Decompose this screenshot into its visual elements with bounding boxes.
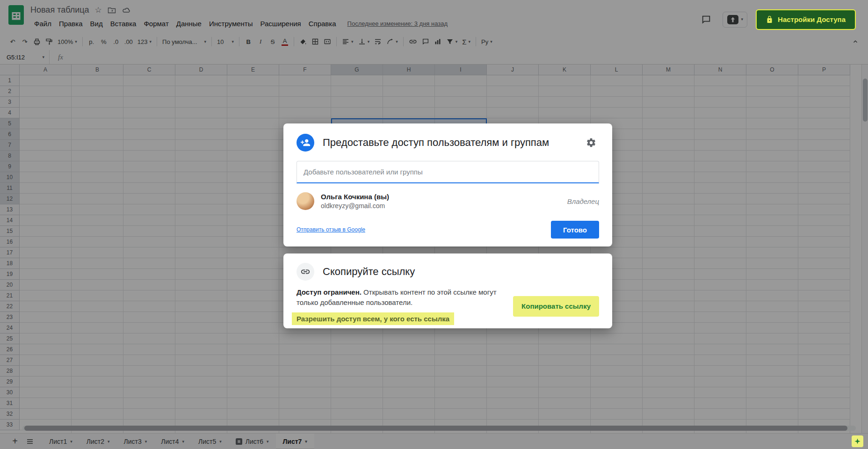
link-icon xyxy=(297,263,314,281)
copy-link-dialog-title: Скопируйте ссылку xyxy=(323,266,599,278)
avatar xyxy=(297,192,314,210)
copy-link-button[interactable]: Копировать ссылку xyxy=(513,296,599,317)
share-dialog-title: Предоставьте доступ пользователям и груп… xyxy=(323,137,575,149)
owner-role: Владелец xyxy=(567,197,599,205)
share-settings-gear-icon[interactable] xyxy=(583,135,599,151)
owner-name: Ольга Кочкина (вы) xyxy=(321,193,561,201)
access-status-text: Доступ ограничен. Открывать контент по э… xyxy=(297,287,513,308)
send-feedback-link[interactable]: Отправить отзыв в Google xyxy=(297,226,365,233)
allow-anyone-with-link[interactable]: Разрешить доступ всем, у кого есть ссылк… xyxy=(292,312,454,325)
add-people-input[interactable] xyxy=(297,161,599,183)
explore-button[interactable] xyxy=(852,435,863,447)
done-button[interactable]: Готово xyxy=(551,221,599,239)
owner-email: oldkreyzy@gmail.com xyxy=(321,202,561,210)
copy-link-dialog: Скопируйте ссылку Доступ ограничен. Откр… xyxy=(283,253,612,328)
person-add-icon xyxy=(297,134,314,152)
share-dialog: Предоставьте доступ пользователям и груп… xyxy=(283,123,612,246)
lock-icon xyxy=(766,15,773,24)
google-sheets-app: Новая таблица ☆ ФайлПравкаВидВставкаФорм… xyxy=(0,0,868,449)
share-settings-button[interactable]: Настройки Доступа xyxy=(756,9,856,30)
owner-row: Ольга Кочкина (вы) oldkreyzy@gmail.com В… xyxy=(297,191,599,211)
